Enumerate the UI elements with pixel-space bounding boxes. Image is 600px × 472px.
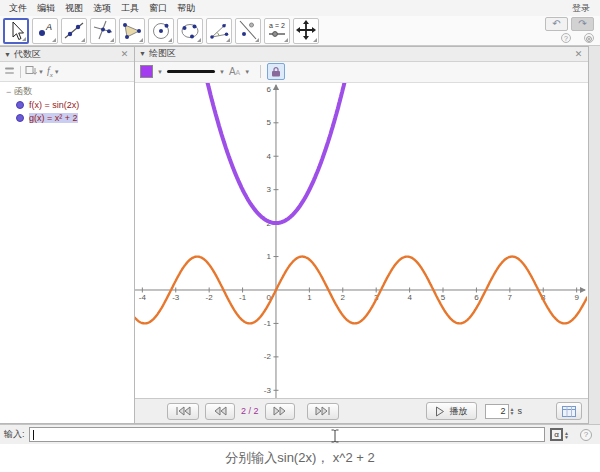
play-icon [435, 406, 445, 417]
skip-start-icon [175, 406, 191, 416]
tool-reflect-about-line[interactable] [235, 18, 261, 44]
tool-slider[interactable]: a = 2 [264, 18, 290, 44]
tool-dropdown-corner [197, 38, 201, 42]
tool-polygon[interactable] [119, 18, 145, 44]
axis-tick-label: 5 [267, 118, 272, 127]
tree-node-functions[interactable]: − 函数 [6, 85, 134, 98]
step-forward-button[interactable] [265, 403, 295, 420]
undo-button[interactable]: ↶ [545, 17, 568, 31]
tool-dropdown-corner [226, 38, 230, 42]
axis-tick-label: 1 [307, 293, 312, 302]
line-style-dropdown-icon[interactable]: ▼ [219, 69, 225, 75]
menu-item-view[interactable]: 视图 [60, 2, 88, 15]
chevron-down-icon[interactable]: ▼ [4, 51, 11, 58]
window-edge-strip [589, 46, 600, 424]
tree-root-label: 函数 [14, 85, 32, 98]
sort-dropdown-icon[interactable]: ▼ [38, 69, 44, 75]
tool-dropdown-corner [313, 38, 317, 42]
axis-tick-label: 1 [267, 252, 272, 261]
spinner-down-icon[interactable]: ▼ [510, 411, 515, 415]
graphics-close-icon[interactable]: ✕ [573, 49, 584, 59]
text-size-control[interactable]: AA [229, 66, 240, 77]
color-dropdown-icon[interactable]: ▼ [157, 69, 163, 75]
axis-tick-label: -1 [239, 293, 247, 302]
construction-navbar: 2 / 2 播放 2 ▲▼ s [135, 398, 588, 423]
tool-move[interactable] [3, 18, 29, 44]
line-style-preview[interactable] [167, 70, 215, 73]
algebra-close-icon[interactable]: ✕ [119, 49, 130, 59]
skip-end-icon [315, 406, 331, 416]
menu-item-help[interactable]: 帮助 [172, 2, 200, 15]
graphics-header: ▼ 绘图区 ✕ [135, 47, 588, 62]
input-history-spinner[interactable]: ▲▼ [564, 431, 569, 439]
axis-tick-label: -3 [264, 386, 272, 395]
algebra-view: ▼ 代数区 ✕ ▼ fx ▼ − 函数 f(x) = sin(2x) [0, 46, 135, 424]
greek-letters-button[interactable]: α [550, 428, 563, 441]
divider [260, 65, 261, 78]
skip-to-start-button[interactable] [167, 403, 199, 420]
tool-dropdown-corner [81, 38, 85, 42]
step-back-icon [213, 406, 227, 416]
graphics-stylebar: ▼ ▼ AA ▼ [135, 62, 588, 83]
speed-spinner[interactable]: ▲▼ [510, 407, 515, 415]
axis-tick-label: 3 [267, 185, 272, 194]
menu-bar: 文件 编辑 视图 选项 工具 窗口 帮助 登录 [0, 0, 600, 16]
tool-move-graphics-view[interactable] [293, 18, 319, 44]
command-input[interactable] [29, 427, 546, 442]
geogebra-window: 文件 编辑 视图 选项 工具 窗口 帮助 登录 A [0, 0, 600, 472]
function-display-icon[interactable]: fx [47, 65, 53, 79]
redo-button[interactable]: ↷ [571, 17, 594, 31]
sort-objects-icon[interactable] [25, 65, 37, 79]
text-caret [33, 430, 34, 440]
sign-in-button[interactable]: 登录 [566, 2, 596, 15]
graphics-title: 绘图区 [149, 47, 176, 60]
tool-angle[interactable] [206, 18, 232, 44]
auxiliary-objects-icon[interactable] [4, 65, 16, 79]
axis-tick-label: -1 [264, 319, 272, 328]
algebra-item-f[interactable]: f(x) = sin(2x) [6, 98, 134, 111]
menu-item-window[interactable]: 窗口 [144, 2, 172, 15]
algebra-tree: − 函数 f(x) = sin(2x) g(x) = x² + 2 [0, 82, 134, 423]
play-button[interactable]: 播放 [426, 402, 477, 420]
algebra-item-g[interactable]: g(x) = x² + 2 [6, 111, 134, 124]
playback-speed-input[interactable]: 2 [485, 404, 509, 419]
caption-band: 分别输入sin(2x)， x^2 + 2 [0, 444, 600, 472]
tool-dropdown-corner [255, 38, 259, 42]
menu-item-tools[interactable]: 工具 [116, 2, 144, 15]
graphics-canvas[interactable]: -4-3-2-1123456789-3-2-11234560 [135, 83, 588, 398]
chevron-down-icon[interactable]: ▼ [139, 50, 146, 57]
tool-perpendicular-line[interactable] [90, 18, 116, 44]
lock-object-button[interactable] [267, 63, 285, 80]
menu-item-file[interactable]: 文件 [4, 2, 32, 15]
skip-to-end-button[interactable] [307, 403, 339, 420]
tool-circle-center-point[interactable] [148, 18, 174, 44]
menu-item-options[interactable]: 选项 [88, 2, 116, 15]
axis-tick-label: -2 [206, 293, 214, 302]
construction-step-counter: 2 / 2 [241, 406, 259, 416]
mouse-text-cursor [330, 429, 339, 445]
tool-conic-through-points[interactable] [177, 18, 203, 44]
tool-dropdown-corner [168, 38, 172, 42]
help-icon[interactable]: ? [561, 33, 571, 43]
fx-dropdown-icon[interactable]: ▼ [54, 69, 60, 75]
divider [20, 66, 21, 78]
menu-item-edit[interactable]: 编辑 [32, 2, 60, 15]
collapse-icon[interactable]: − [6, 87, 11, 97]
curve-g[interactable] [135, 83, 587, 223]
gear-icon[interactable] [584, 33, 594, 43]
text-size-dropdown-icon[interactable]: ▼ [244, 69, 250, 75]
step-back-button[interactable] [205, 403, 235, 420]
tool-line[interactable] [61, 18, 87, 44]
input-help-icon[interactable]: ? [580, 429, 592, 441]
graphics-view: ▼ 绘图区 ✕ ▼ ▼ AA ▼ -4-3-2-1123456789-3-2-1… [135, 46, 589, 424]
input-bar: 输入: α ▲▼ ? [0, 424, 600, 444]
visibility-marble-icon[interactable] [16, 101, 24, 109]
speed-unit-label: s [518, 406, 523, 416]
construction-protocol-button[interactable] [556, 402, 582, 420]
tool-dropdown-corner [139, 38, 143, 42]
spinner-down-icon[interactable]: ▼ [564, 435, 569, 439]
tool-point[interactable]: A [32, 18, 58, 44]
visibility-marble-icon[interactable] [16, 114, 24, 122]
color-swatch[interactable] [140, 65, 153, 78]
toolbar-right-cluster: ↶ ↷ ? [542, 17, 594, 43]
